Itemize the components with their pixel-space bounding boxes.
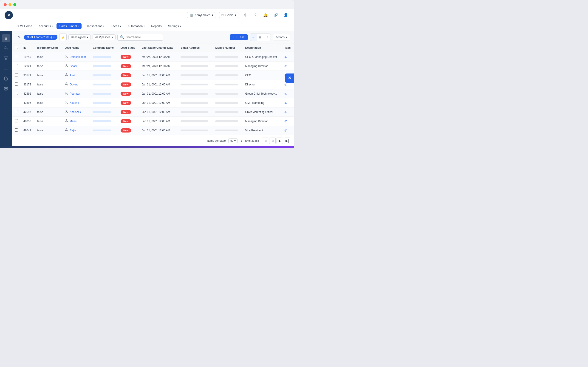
cell-lead-name[interactable]: Amit (62, 71, 90, 80)
lead-name-text[interactable]: Rajiv (70, 129, 76, 132)
row-checkbox[interactable] (15, 73, 18, 76)
help-icon-button[interactable]: ? (252, 11, 259, 19)
sidebar-icon-document[interactable] (2, 75, 10, 83)
lead-name-text[interactable]: Govind (70, 83, 78, 86)
tag-icon[interactable]: 🏷 (284, 101, 288, 105)
cell-lead-name[interactable]: Pooraan (62, 89, 90, 98)
per-page-dropdown[interactable]: 50 ▾ (228, 139, 238, 143)
cell-tags[interactable]: 🏷 (282, 117, 294, 126)
lead-name-text[interactable]: Manuj (70, 120, 77, 123)
grid-view-button[interactable]: ⊞ (257, 34, 264, 41)
sidebar-icon-chart[interactable] (2, 64, 10, 73)
col-company: Company Name (90, 43, 118, 52)
row-checkbox[interactable] (15, 92, 18, 95)
bell-icon-button[interactable]: 🔔 (262, 11, 269, 19)
actions-dropdown[interactable]: Actions ▾ (273, 34, 290, 41)
pipeline-dropdown[interactable]: All Pipelines ▾ (92, 34, 115, 40)
search-input[interactable] (126, 36, 161, 39)
table-row: 42595 false Kaushik New Jan 01, 0001 12:… (12, 98, 294, 108)
lead-name-text[interactable]: Gnani (70, 65, 77, 68)
filter-options-button[interactable]: ⚡ (59, 33, 66, 41)
tag-icon[interactable]: 🏷 (284, 129, 288, 132)
row-checkbox[interactable] (15, 119, 18, 122)
cell-lead-name[interactable]: Rajiv (62, 126, 90, 135)
last-page-button[interactable]: ▶| (284, 138, 290, 144)
close-button[interactable] (4, 3, 7, 6)
svg-point-16 (66, 119, 67, 121)
refresh-button[interactable]: ↻ (16, 34, 22, 41)
col-tags: Tags (282, 43, 294, 52)
nav-settings[interactable]: Settings ▾ (165, 23, 184, 29)
org-selector[interactable]: 🏢 Kenyt Sales ▾ (187, 12, 216, 18)
next-page-button[interactable]: ▶ (277, 138, 283, 144)
cell-lead-name[interactable]: Umeshkumar (62, 52, 90, 62)
sidebar-icon-settings[interactable] (2, 84, 10, 93)
all-leads-filter[interactable]: ⊟ All Leads (23885) ▾ (24, 35, 58, 40)
row-checkbox[interactable] (15, 110, 18, 113)
sidebar-icon-funnel[interactable] (2, 54, 10, 62)
nav-feeds[interactable]: Feeds ▾ (108, 23, 124, 29)
select-all-checkbox[interactable] (15, 46, 18, 49)
lead-name-text[interactable]: Abhishek (70, 110, 81, 114)
tag-icon[interactable]: 🏷 (284, 92, 288, 96)
table-row: 42596 false Pooraan New Jan 01, 0001 12:… (12, 89, 294, 98)
cell-tags[interactable]: 🏷 (282, 126, 294, 135)
tag-icon[interactable]: 🏷 (284, 110, 288, 114)
cell-mobile (212, 71, 242, 80)
tag-icon[interactable]: 🏷 (284, 55, 288, 59)
cell-tags[interactable]: 🏷 (282, 98, 294, 108)
user-icon-button[interactable]: 👤 (282, 11, 290, 19)
pagination-controls: |◀ ◀ ▶ ▶| (262, 138, 290, 144)
cell-company (90, 108, 118, 117)
app-logo[interactable]: ✕ (5, 11, 13, 19)
nav-transactions[interactable]: Transactions ▾ (83, 23, 107, 29)
nav-label: Sales Funnel (59, 24, 77, 28)
col-email: Email Address (178, 43, 212, 52)
row-checkbox[interactable] (15, 83, 18, 86)
tag-icon[interactable]: 🏷 (284, 83, 288, 86)
cell-lead-name[interactable]: Gnani (62, 62, 90, 71)
close-x-button[interactable]: ✕ (285, 74, 294, 83)
sidebar-icon-grid[interactable]: ⊞ (2, 34, 10, 42)
row-checkbox[interactable] (15, 64, 18, 67)
maximize-button[interactable] (13, 3, 16, 6)
first-page-button[interactable]: |◀ (262, 138, 268, 144)
cell-tags[interactable]: 🏷 (282, 108, 294, 117)
add-lead-button[interactable]: + + Lead (230, 34, 248, 40)
cell-last-change: Jan 01, 0001 12:00 AM (139, 80, 178, 89)
cell-lead-name[interactable]: Abhishek (62, 108, 90, 117)
cell-lead-name[interactable]: Manuj (62, 117, 90, 126)
lead-name-text[interactable]: Pooraan (70, 92, 80, 95)
cell-stage: New (118, 89, 139, 98)
prev-page-button[interactable]: ◀ (269, 138, 276, 144)
tag-icon[interactable]: 🏷 (284, 64, 288, 68)
dollar-icon-button[interactable]: $ (242, 11, 249, 19)
nav-reports[interactable]: Reports (148, 23, 165, 29)
row-checkbox[interactable] (15, 101, 18, 104)
cell-lead-name[interactable]: Kaushik (62, 98, 90, 108)
assigned-dropdown[interactable]: Unassigned ▾ (68, 34, 91, 40)
cell-tags[interactable]: 🏷 (282, 89, 294, 98)
link-icon-button[interactable]: 🔗 (272, 11, 279, 19)
nav-automation[interactable]: Automation ▾ (125, 23, 148, 29)
lead-name-text[interactable]: Amit (70, 74, 75, 77)
cell-tags[interactable]: 🏷 (282, 62, 294, 71)
lead-name-text[interactable]: Umeshkumar (70, 55, 86, 58)
genie-button[interactable]: ⚙ Genie ▾ (219, 12, 239, 18)
tag-icon[interactable]: 🏷 (284, 119, 288, 123)
row-checkbox[interactable] (15, 55, 18, 58)
nav-label: Settings (168, 24, 179, 28)
chart-view-button[interactable]: ↗ (264, 34, 271, 41)
nav-sales-funnel[interactable]: Sales Funnel ▾ (57, 23, 82, 29)
main-layout: ⊞ (0, 31, 294, 146)
cell-lead-name[interactable]: Govind (62, 80, 90, 89)
nav-crm-home[interactable]: CRM Home (14, 23, 35, 29)
nav-accounts[interactable]: Accounts ▾ (36, 23, 56, 29)
row-checkbox[interactable] (15, 128, 18, 132)
search-box[interactable]: 🔍 (117, 34, 163, 41)
minimize-button[interactable] (8, 3, 11, 6)
sidebar-icon-users[interactable] (2, 44, 10, 52)
cell-tags[interactable]: 🏷 (282, 52, 294, 62)
lead-name-text[interactable]: Kaushik (70, 101, 79, 105)
list-view-button[interactable]: ≡ (250, 34, 257, 41)
